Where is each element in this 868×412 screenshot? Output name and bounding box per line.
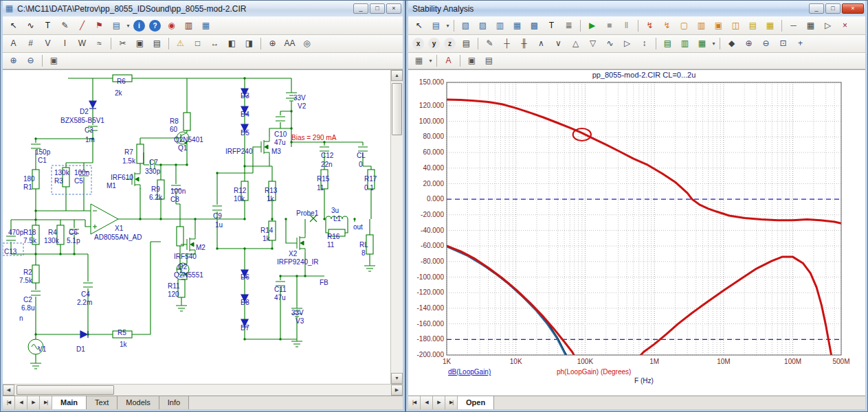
component-symbol[interactable]	[89, 100, 96, 110]
schematic-label[interactable]: R11	[168, 282, 180, 290]
schematic-label[interactable]: R2	[23, 268, 32, 276]
restore-button[interactable]: □	[825, 3, 841, 14]
component-browser-button-caret[interactable]: ▾	[125, 23, 131, 29]
schematic-label[interactable]: C4	[81, 290, 90, 298]
select-tool[interactable]: ↖	[411, 19, 427, 33]
next-branch-button[interactable]: ▷	[619, 36, 635, 51]
font-button[interactable]: A	[441, 54, 456, 68]
schematic-label[interactable]: D2	[80, 108, 89, 115]
schematic-label[interactable]: 2k	[115, 89, 123, 97]
schematic-label[interactable]: 5.1p	[67, 237, 80, 244]
schematic-label[interactable]: Probe1	[296, 209, 319, 217]
schematic-label[interactable]: 10k	[234, 195, 245, 203]
waveform-clipboard-button-caret[interactable]: ▾	[711, 41, 717, 47]
component-symbol[interactable]	[183, 113, 190, 130]
schematic-label[interactable]: Q2	[178, 263, 188, 271]
schematic-label[interactable]: 3u	[331, 207, 339, 214]
schematic-label[interactable]: 11	[327, 241, 335, 249]
delete-waveform-button[interactable]: ▨	[475, 19, 491, 33]
component-symbol[interactable]	[255, 137, 269, 157]
schematic-label[interactable]: C6	[69, 229, 78, 236]
error-check-button[interactable]: ⚠	[173, 36, 188, 51]
schematic-label[interactable]: R18	[23, 229, 36, 236]
dc-probe-button[interactable]: ↯	[659, 19, 675, 33]
schematic-label[interactable]: 1k	[267, 195, 275, 203]
schematic-label[interactable]: D7	[241, 324, 249, 332]
schematic-label[interactable]: C3	[85, 126, 93, 134]
node-numbers-toggle[interactable]: #	[23, 36, 38, 51]
schematic-label[interactable]: 47u	[274, 139, 286, 146]
schematic-label[interactable]: Bias = 290 mA	[291, 134, 337, 141]
schematic-label[interactable]: 0.1	[364, 184, 374, 192]
schematic-label[interactable]: 60	[170, 126, 178, 133]
zoom-in-button[interactable]: ⊕	[741, 36, 757, 51]
global-high-button[interactable]: △	[568, 36, 583, 51]
copy-window-button[interactable]: ▣	[464, 54, 480, 68]
component-symbol[interactable]	[32, 265, 39, 283]
schematic-label[interactable]: Q2N5401	[174, 136, 203, 144]
waveform-trace[interactable]	[447, 246, 577, 360]
schematic-label[interactable]: IRFP240	[225, 148, 253, 155]
schematic-label[interactable]: 0	[359, 161, 363, 168]
vscroll-thumb[interactable]	[392, 83, 402, 135]
schematic-drawing[interactable]: R62kD2BZX585-B5V1C31m150pC1130kR3100nC51…	[3, 70, 390, 384]
scroll-right-button[interactable]: ▶	[391, 385, 403, 396]
hscroll-track[interactable]	[14, 385, 391, 396]
tab-text[interactable]: Text	[87, 396, 118, 409]
schematic-label[interactable]: FB	[320, 279, 329, 286]
schematic-label[interactable]: 180	[23, 175, 35, 183]
schematic-label[interactable]: AD8055AN_AD	[94, 233, 142, 241]
schematic-label[interactable]: C7	[149, 159, 158, 166]
schematic-label[interactable]: D6	[241, 273, 249, 281]
stack-plots-button[interactable]: ▤	[660, 36, 676, 51]
schematic-label[interactable]: Q2N5551	[174, 271, 203, 279]
waveform-trace[interactable]	[447, 246, 569, 360]
schematic-label[interactable]: C1	[38, 157, 47, 164]
copy-page-button[interactable]: ▤	[481, 54, 497, 68]
grid-toggle-button[interactable]: ▦	[803, 19, 819, 33]
component-symbol[interactable]	[31, 291, 41, 295]
schematic-label[interactable]: M2	[196, 244, 205, 251]
animate-probe-button[interactable]: ↯	[642, 19, 658, 33]
schematic-label[interactable]: Q1	[178, 144, 188, 152]
analysis-plot-area[interactable]: 150.000120.000100.00080.00060.00040.0002…	[408, 69, 865, 396]
global-low-button[interactable]: ▽	[585, 36, 601, 51]
next-peak-button[interactable]: ∧	[533, 36, 549, 51]
legend-db-loopgain[interactable]: dB(LoopGain)	[448, 368, 491, 376]
add-waveform-button[interactable]: ▧	[458, 19, 474, 33]
schematic-label[interactable]: M1	[107, 182, 116, 190]
run-button[interactable]: ▶	[584, 19, 600, 33]
data-points-toggle[interactable]: ▢	[676, 19, 692, 33]
stability-plot[interactable]: 150.000120.000100.00080.00060.00040.0002…	[408, 70, 865, 396]
last-page-button[interactable]: ▶|	[40, 396, 52, 409]
first-page-button[interactable]: |◀	[3, 396, 15, 409]
schematic-label[interactable]: D5	[241, 129, 249, 137]
text-annotation-tool[interactable]: T	[544, 19, 559, 33]
paste-button[interactable]: ▤	[149, 36, 165, 51]
node-voltages-toggle[interactable]: V	[40, 36, 56, 51]
next-page-button[interactable]: ▶	[27, 396, 40, 409]
restore-button[interactable]: □	[370, 3, 385, 14]
schematic-label[interactable]: R6	[117, 78, 126, 85]
component-symbol[interactable]	[91, 204, 118, 234]
schematic-label[interactable]: 1u	[215, 221, 223, 229]
schematic-label[interactable]: 33V	[293, 94, 306, 102]
close-button[interactable]: ×	[386, 3, 401, 14]
pan-button[interactable]: +	[792, 36, 808, 51]
node-conditions-toggle[interactable]: ≈	[91, 36, 107, 51]
schematic-label[interactable]: 11	[317, 184, 324, 192]
component-symbol[interactable]	[177, 227, 183, 246]
schematic-label[interactable]: 130k	[44, 237, 60, 244]
schematic-label[interactable]: R5	[118, 329, 126, 336]
schematic-label[interactable]: n	[19, 314, 23, 322]
schematic-label[interactable]: R12	[234, 187, 247, 194]
schematic-label[interactable]: 120	[168, 290, 179, 298]
schematic-label[interactable]: 330p	[145, 168, 161, 175]
schematic-label[interactable]: CL	[357, 152, 366, 159]
tab-main[interactable]: Main	[52, 396, 87, 409]
first-page-button[interactable]: |◀	[408, 396, 421, 409]
schematic-label[interactable]: V3	[296, 317, 304, 325]
node-power-toggle[interactable]: W	[74, 36, 90, 51]
clipboard-button[interactable]: ▤	[428, 19, 444, 33]
previous-page-button[interactable]: ◀	[15, 396, 27, 409]
